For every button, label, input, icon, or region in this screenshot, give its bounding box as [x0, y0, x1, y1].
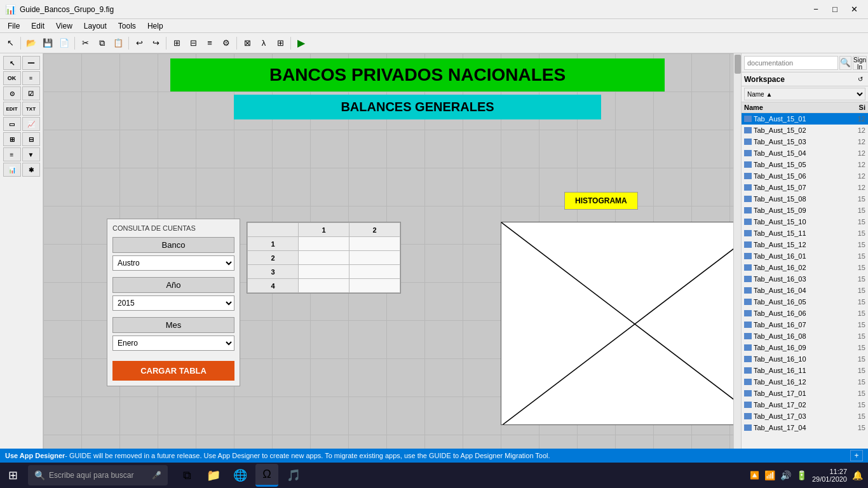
tool-cut[interactable]: ✂ — [78, 36, 93, 51]
menu-view[interactable]: View — [51, 20, 78, 32]
workspace-item[interactable]: Tab_Aust_17_0215 — [742, 399, 868, 410]
cell-4-2[interactable] — [349, 279, 400, 293]
workspace-col-select[interactable]: Name ▲ Size Class — [744, 88, 865, 100]
lt-frame[interactable]: ▭ — [3, 117, 21, 131]
tool-more[interactable]: ⊞ — [273, 36, 288, 51]
tool-prop[interactable]: ⚙ — [219, 36, 234, 51]
anio-select[interactable]: 2015 2016 2017 — [112, 295, 234, 311]
load-button[interactable]: CARGAR TABLA — [112, 361, 234, 381]
menu-file[interactable]: File — [3, 20, 25, 32]
workspace-item[interactable]: Tab_Aust_16_1215 — [742, 376, 868, 388]
tool-new[interactable]: 📄 — [57, 36, 72, 51]
workspace-item[interactable]: Tab_Aust_16_0715 — [742, 319, 868, 330]
workspace-item[interactable]: Tab_Aust_16_0315 — [742, 273, 868, 285]
lt-edit[interactable]: EDIT — [3, 102, 21, 116]
workspace-item[interactable]: Tab_Aust_15_0815 — [742, 193, 868, 205]
tool-grid[interactable]: ⊟ — [186, 36, 201, 51]
taskbar-search-text[interactable]: Escribe aquí para buscar — [49, 471, 133, 480]
workspace-item[interactable]: Tab_Aust_17_0315 — [742, 410, 868, 422]
workspace-item[interactable]: Tab_Aust_15_1015 — [742, 216, 868, 227]
workspace-item[interactable]: Tab_Aust_16_1015 — [742, 353, 868, 365]
start-button[interactable]: ⊞ — [0, 463, 25, 488]
minimize-button[interactable]: − — [807, 3, 825, 17]
workspace-item[interactable]: Tab_Aust_15_0112 — [742, 113, 868, 125]
maximize-button[interactable]: □ — [826, 3, 844, 17]
taskbar-battery[interactable]: 🔋 — [796, 470, 807, 480]
lt-list[interactable]: ≡ — [3, 147, 21, 161]
tool-arrow[interactable]: ↖ — [3, 36, 18, 51]
workspace-item[interactable]: Tab_Aust_17_0115 — [742, 388, 868, 399]
tool-tab-order[interactable]: ⊠ — [240, 36, 255, 51]
lt-misc[interactable]: ✱ — [22, 163, 40, 177]
workspace-item[interactable]: Tab_Aust_15_0712 — [742, 182, 868, 193]
workspace-item[interactable]: Tab_Aust_16_0115 — [742, 250, 868, 262]
workspace-item[interactable]: Tab_Aust_15_1115 — [742, 227, 868, 239]
cell-1-2[interactable] — [349, 237, 400, 251]
histograma-button[interactable]: HISTOGRAMA — [564, 192, 638, 210]
taskbar-matlab[interactable]: Ω — [255, 464, 278, 487]
menu-tools[interactable]: Tools — [113, 20, 141, 32]
taskbar-time[interactable]: 11:27 29/01/2020 — [812, 468, 847, 483]
tool-open[interactable]: 📂 — [24, 36, 39, 51]
lt-radio[interactable]: ⊙ — [3, 86, 21, 100]
workspace-item[interactable]: Tab_Aust_15_0612 — [742, 170, 868, 182]
workspace-item[interactable]: Tab_Aust_15_1215 — [742, 239, 868, 250]
workspace-item[interactable]: Tab_Aust_16_0215 — [742, 262, 868, 273]
lt-panel[interactable]: ⊞ — [3, 132, 21, 146]
menu-edit[interactable]: Edit — [26, 20, 50, 32]
workspace-item[interactable]: Tab_Aust_15_0412 — [742, 147, 868, 159]
lt-btgroup[interactable]: ⊟ — [22, 132, 40, 146]
workspace-item[interactable]: Tab_Aust_16_0615 — [742, 308, 868, 319]
lt-check[interactable]: ☑ — [22, 86, 40, 100]
workspace-item[interactable]: Tab_Aust_16_0815 — [742, 330, 868, 342]
workspace-item[interactable]: Tab_Aust_16_0915 — [742, 342, 868, 353]
lt-select[interactable]: ↖ — [3, 56, 21, 70]
close-button[interactable]: ✕ — [845, 3, 863, 17]
doc-search-btn[interactable]: 🔍 — [839, 56, 851, 70]
menu-help[interactable]: Help — [142, 20, 168, 32]
workspace-item[interactable]: Tab_Aust_16_0415 — [742, 285, 868, 296]
tool-menu-ed[interactable]: ≡ — [202, 36, 217, 51]
workspace-item[interactable]: Tab_Aust_15_0512 — [742, 159, 868, 170]
tool-undo[interactable]: ↩ — [132, 36, 147, 51]
axes-area[interactable]: axes1 — [501, 222, 741, 425]
taskbar-sound[interactable]: 🔊 — [780, 470, 791, 480]
signin-button[interactable]: Sign In — [853, 56, 867, 70]
taskbar-search[interactable]: 🔍 Escribe aquí para buscar 🎤 — [28, 465, 168, 485]
workspace-item[interactable]: Tab_Aust_16_1115 — [742, 365, 868, 376]
taskbar-explorer[interactable]: 📁 — [202, 464, 225, 487]
cell-4-1[interactable] — [299, 279, 349, 293]
tool-callbacks[interactable]: λ — [256, 36, 271, 51]
banco-select[interactable]: Austro Pichincha Guayaquil — [112, 255, 234, 271]
workspace-item[interactable]: Tab_Aust_16_0515 — [742, 296, 868, 308]
doc-search-input[interactable] — [744, 56, 838, 70]
lt-popup[interactable]: ▼ — [22, 147, 40, 161]
tool-run[interactable]: ▶ — [294, 36, 309, 51]
lt-text[interactable]: TXT — [22, 102, 40, 116]
canvas-vscroll-thumb[interactable] — [735, 55, 741, 74]
workspace-list[interactable]: Tab_Aust_15_0112Tab_Aust_15_0212Tab_Aust… — [742, 113, 868, 449]
workspace-item[interactable]: Tab_Aust_15_0915 — [742, 205, 868, 216]
tool-redo[interactable]: ↪ — [148, 36, 163, 51]
workspace-item[interactable]: Tab_Aust_15_0212 — [742, 125, 868, 136]
cell-2-1[interactable] — [299, 251, 349, 265]
status-expand-btn[interactable]: + — [850, 450, 863, 461]
taskbar-network[interactable]: 📶 — [764, 470, 775, 480]
lt-ok[interactable]: OK — [3, 71, 21, 85]
tool-save[interactable]: 💾 — [40, 36, 55, 51]
taskbar-other[interactable]: 🎵 — [282, 464, 305, 487]
lt-push[interactable]: ━━ — [22, 56, 40, 70]
tool-copy[interactable]: ⧉ — [94, 36, 109, 51]
mes-select[interactable]: Enero Febrero Marzo — [112, 336, 234, 351]
cell-3-2[interactable] — [349, 265, 400, 279]
canvas-area[interactable]: BANCOS PRIVADOS NACIONALES BALANCES GENE… — [43, 53, 741, 449]
cell-1-1[interactable] — [299, 237, 349, 251]
lt-chart[interactable]: 📊 — [3, 163, 21, 177]
workspace-item[interactable]: Tab_Aust_15_0312 — [742, 136, 868, 147]
taskbar-notification[interactable]: 🔔 — [852, 470, 863, 480]
cell-3-1[interactable] — [299, 265, 349, 279]
workspace-item[interactable]: Tab_Aust_17_0415 — [742, 422, 868, 433]
workspace-refresh[interactable]: ↺ — [855, 74, 865, 85]
cell-2-2[interactable] — [349, 251, 400, 265]
lt-slider[interactable]: ≡ — [22, 71, 40, 85]
